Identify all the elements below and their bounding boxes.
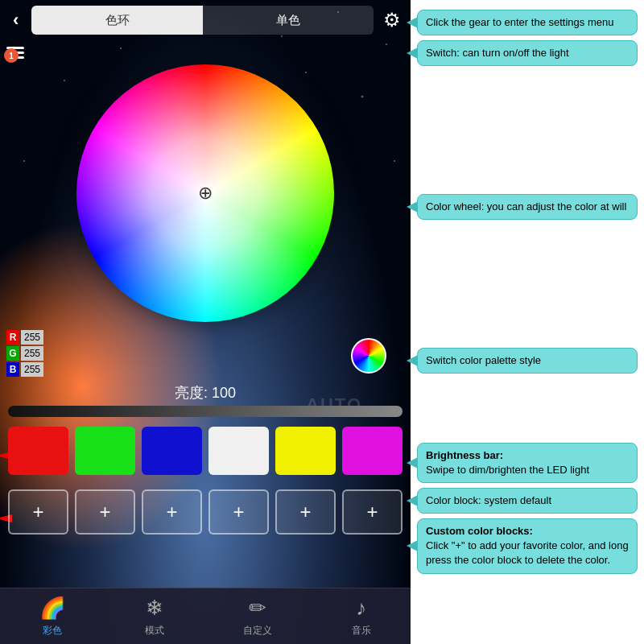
gear-button[interactable]: ⚙ [380, 6, 404, 35]
tab-solid-color[interactable]: 单色 [203, 6, 374, 35]
green-value: 255 [21, 346, 43, 361]
mode-icon: ❄ [146, 596, 163, 621]
annotation-gear-row: Click the gear to enter the settings men… [417, 10, 638, 35]
color-blocks-row [8, 427, 402, 475]
annotation-brightness-text: Swipe to dim/brighten the LED light [426, 464, 589, 476]
custom-block-5[interactable]: + [275, 489, 336, 535]
annotation-brightness-arrow [407, 457, 418, 469]
nav-custom[interactable]: ✏ 自定义 [243, 596, 272, 638]
color-block-red[interactable] [8, 427, 68, 475]
color-block-magenta[interactable] [342, 427, 402, 475]
tab-color-wheel[interactable]: 色环 [31, 6, 202, 35]
music-icon: ♪ [356, 596, 366, 621]
annotation-custom-text: Click "+" to add your favorite color, an… [426, 539, 629, 566]
nav-color[interactable]: 🌈 彩色 [39, 596, 65, 638]
back-button[interactable]: ‹ [6, 6, 25, 34]
custom-icon: ✏ [249, 596, 266, 621]
custom-block-1[interactable]: + [8, 489, 68, 535]
bottom-nav: 🌈 彩色 ❄ 模式 ✏ 自定义 ♪ 音乐 [0, 588, 411, 644]
color-block-green[interactable] [75, 427, 135, 475]
palette-switcher-button[interactable] [351, 338, 386, 374]
annotation-custom-title: Custom color blocks: [426, 525, 533, 537]
annotation-power-row: Switch: can turn on/off the light [417, 40, 638, 66]
annotation-wheel-arrow [407, 201, 418, 213]
annotation-colorblocks-row: Color block: system default [417, 488, 638, 514]
brightness-track [8, 406, 402, 417]
color-icon: 🌈 [39, 596, 65, 621]
custom-block-4[interactable]: + [208, 489, 269, 535]
annotation-custom: Custom color blocks: Click "+" to add yo… [417, 518, 638, 574]
annotation-palette-row: Switch color palette style [417, 348, 638, 374]
annotation-wheel: Color wheel: you can adjust the color at… [417, 194, 638, 220]
red-value: 255 [21, 330, 43, 345]
nav-music-label: 音乐 [352, 624, 371, 638]
annotation-palette-text: Switch color palette style [426, 354, 541, 366]
color-block-blue[interactable] [142, 427, 202, 475]
annotation-custom-arrow [407, 540, 418, 551]
nav-mode[interactable]: ❄ 模式 [145, 596, 164, 638]
rgb-values: R 255 G 255 B 255 [6, 330, 43, 377]
annotation-wheel-text: Color wheel: you can adjust the color at… [426, 200, 626, 213]
brightness-label: 亮度: 100 [175, 383, 236, 402]
green-label: G [6, 346, 19, 361]
custom-block-6[interactable]: + [342, 489, 402, 535]
annotation-colorblocks: Color block: system default [417, 488, 638, 514]
annotation-custom-row: Custom color blocks: Click "+" to add yo… [417, 518, 638, 574]
right-panel: Click the gear to enter the settings men… [411, 0, 644, 644]
annotation-palette: Switch color palette style [417, 348, 638, 374]
annotation-brightness-title: Brightness bar: [426, 449, 503, 461]
nav-color-label: 彩色 [43, 624, 62, 638]
custom-block-2[interactable]: + [75, 489, 135, 535]
annotation-power: Switch: can turn on/off the light [417, 40, 638, 66]
custom-block-3[interactable]: + [142, 489, 202, 535]
nav-mode-label: 模式 [145, 624, 164, 638]
blue-value: 255 [21, 362, 43, 377]
color-selector-crosshair: ⊕ [196, 184, 215, 203]
annotation-palette-arrow [407, 355, 418, 366]
annotation-brightness: Brightness bar: Swipe to dim/brighten th… [417, 443, 638, 483]
left-panel: ‹ 色环 单色 ⚙ 1 ⊕ R 255 G 255 B 255 [0, 0, 411, 644]
top-bar: ‹ 色环 单色 ⚙ [0, 0, 411, 40]
spacer-3 [417, 378, 638, 437]
color-block-white[interactable] [208, 427, 269, 475]
annotation-power-arrow [407, 47, 418, 59]
blue-label: B [6, 362, 19, 377]
annotation-wheel-row: Color wheel: you can adjust the color at… [417, 194, 638, 220]
annotation-power-text: Switch: can turn on/off the light [426, 47, 569, 59]
spacer-1 [417, 71, 638, 189]
notification-badge: 1 [4, 48, 19, 63]
annotation-brightness-row: Brightness bar: Swipe to dim/brighten th… [417, 443, 638, 483]
annotation-gear-text: Click the gear to enter the settings men… [426, 16, 613, 28]
nav-custom-label: 自定义 [243, 624, 272, 638]
spacer-2 [417, 225, 638, 343]
annotation-colorblocks-text: Color block: system default [426, 494, 551, 506]
annotation-colorblocks-arrow [407, 495, 418, 506]
color-block-yellow[interactable] [275, 427, 336, 475]
red-label: R [6, 330, 19, 345]
annotation-gear: Click the gear to enter the settings men… [417, 10, 638, 35]
spacer-4 [417, 579, 638, 638]
nav-music[interactable]: ♪ 音乐 [352, 596, 371, 638]
tab-group: 色环 单色 [31, 6, 374, 35]
custom-blocks-row: + + + + + + [8, 489, 402, 535]
color-wheel-container: ⊕ [76, 64, 334, 322]
brightness-bar[interactable] [8, 406, 402, 417]
